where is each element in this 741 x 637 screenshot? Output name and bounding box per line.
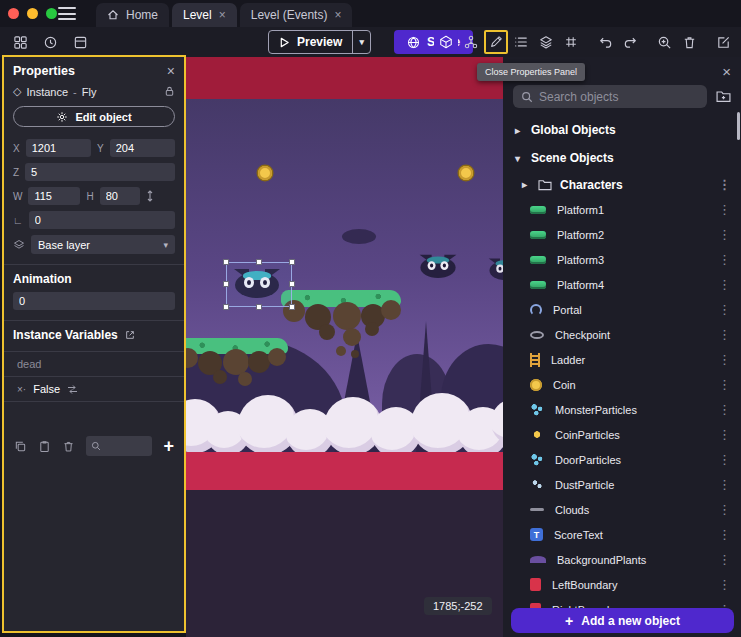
z-input[interactable] [25,163,175,181]
object-groups-button[interactable] [459,30,483,54]
item-menu-icon[interactable]: ⋮ [718,327,731,342]
object-item[interactable]: MonsterParticles ⋮ [503,397,741,422]
width-input[interactable] [28,187,80,205]
coin-sprite[interactable] [258,166,272,180]
angle-input[interactable] [29,211,175,229]
item-menu-icon[interactable]: ⋮ [718,502,731,517]
scrollbar-thumb[interactable] [737,112,740,140]
item-menu-icon[interactable]: ⋮ [718,227,731,242]
close-objects-panel-icon[interactable]: × [722,63,731,80]
close-tab-icon[interactable]: × [219,9,226,21]
item-menu-icon[interactable]: ⋮ [718,402,731,417]
trash-icon[interactable] [62,440,75,453]
item-menu-icon[interactable]: ⋮ [718,377,731,392]
item-menu-icon[interactable]: ⋮ [718,577,731,592]
object-item[interactable]: DoorParticles ⋮ [503,447,741,472]
global-objects-group[interactable]: ▸ Global Objects [503,116,741,144]
copy-icon[interactable] [14,440,27,453]
object-item[interactable]: Platform1 ⋮ [503,197,741,222]
close-window-button[interactable] [8,8,19,19]
tab-level[interactable]: Level × [172,3,237,27]
selection-handle[interactable] [256,304,262,310]
object-item[interactable]: BackgroundPlants ⋮ [503,547,741,572]
variable-value-row[interactable]: ×· False [4,377,184,402]
animation-input[interactable] [13,292,175,310]
lock-icon[interactable] [164,86,175,97]
object-item[interactable]: Platform2 ⋮ [503,222,741,247]
scene-canvas[interactable]: 1785;-252 [186,57,503,637]
selection-handle[interactable] [256,259,262,265]
delete-button[interactable] [677,30,701,54]
add-variable-button[interactable]: + [163,437,174,455]
platform-sprite[interactable] [186,338,288,398]
object-search-input[interactable] [539,90,699,104]
characters-folder[interactable]: ▸ Characters ⋮ [503,172,741,197]
fly-silhouette[interactable] [342,229,376,244]
selection-handle[interactable] [223,259,229,265]
zoom-button[interactable] [652,30,676,54]
coin-sprite[interactable] [459,166,473,180]
item-menu-icon[interactable]: ⋮ [718,352,731,367]
edit-scene-button[interactable] [711,30,735,54]
add-object-button[interactable]: + Add a new object [511,608,734,633]
object-item[interactable]: Checkpoint ⋮ [503,322,741,347]
preview-button[interactable]: Preview ▾ [268,30,371,54]
variables-search-input[interactable] [105,441,147,452]
layers-button[interactable] [534,30,558,54]
tab-home[interactable]: Home [96,3,169,27]
object-item[interactable]: Platform4 ⋮ [503,272,741,297]
selection-handle[interactable] [223,304,229,310]
item-menu-icon[interactable]: ⋮ [718,527,731,542]
edit-object-button[interactable]: Edit object [13,106,175,127]
object-item[interactable]: ScoreText ⋮ [503,522,741,547]
item-menu-icon[interactable]: ⋮ [718,302,731,317]
y-input[interactable] [110,139,175,157]
selection-handle[interactable] [289,304,295,310]
selection-handle[interactable] [289,259,295,265]
object-item[interactable]: Platform3 ⋮ [503,247,741,272]
dashboard-button[interactable] [8,30,32,54]
tab-level-events[interactable]: Level (Events) × [240,3,353,27]
item-menu-icon[interactable]: ⋮ [718,477,731,492]
history-button[interactable] [38,30,62,54]
layout-button[interactable] [68,30,92,54]
item-menu-icon[interactable]: ⋮ [718,427,731,442]
layer-select[interactable]: Base layer ▾ [31,235,175,254]
external-link-icon[interactable] [125,330,135,340]
hamburger-menu-icon[interactable] [58,7,76,20]
paste-icon[interactable] [38,440,51,453]
selection-handle[interactable] [223,281,229,287]
objects-panel-toggle-button[interactable] [434,30,458,54]
object-item[interactable]: Coin ⋮ [503,372,741,397]
x-input[interactable] [26,139,91,157]
object-item[interactable]: Portal ⋮ [503,297,741,322]
fly-sprite[interactable] [490,258,504,281]
scene-objects-group[interactable]: ▾ Scene Objects [503,144,741,172]
item-menu-icon[interactable]: ⋮ [718,452,731,467]
height-input[interactable] [100,187,140,205]
undo-button[interactable] [593,30,617,54]
item-menu-icon[interactable]: ⋮ [718,202,731,217]
instances-list-button[interactable] [509,30,533,54]
fly-sprite[interactable] [420,254,455,278]
selection-box[interactable] [226,262,292,307]
zoom-window-button[interactable] [46,8,57,19]
add-folder-icon[interactable] [716,90,731,103]
platform-sprite[interactable] [281,290,401,368]
item-menu-icon[interactable]: ⋮ [718,252,731,267]
minimize-window-button[interactable] [27,8,38,19]
object-item[interactable]: CoinParticles ⋮ [503,422,741,447]
selection-handle[interactable] [289,281,295,287]
properties-panel-toggle-button[interactable] [484,30,508,54]
close-tab-icon[interactable]: × [334,9,341,21]
swap-value-icon[interactable] [67,385,78,394]
item-menu-icon[interactable]: ⋮ [718,277,731,292]
object-item[interactable]: LeftBoundary ⋮ [503,572,741,597]
object-item[interactable]: Clouds ⋮ [503,497,741,522]
grid-button[interactable] [559,30,583,54]
preview-dropdown-button[interactable]: ▾ [353,37,370,47]
item-menu-icon[interactable]: ⋮ [718,552,731,567]
close-properties-icon[interactable]: × [167,64,175,78]
variable-name-row[interactable]: dead [4,351,184,377]
item-menu-icon[interactable]: ⋮ [718,177,731,192]
